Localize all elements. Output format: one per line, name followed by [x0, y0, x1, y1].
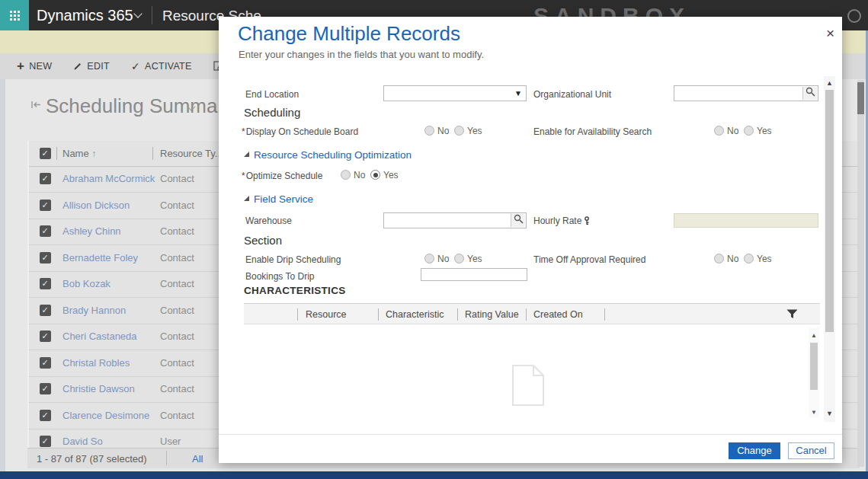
collapse-icon[interactable]: [244, 152, 249, 157]
resource-name-link[interactable]: Clarence Desimone: [62, 410, 149, 421]
radio-icon: [454, 254, 464, 263]
end-location-select[interactable]: ▼: [383, 85, 527, 101]
organizational-unit-lookup[interactable]: [674, 85, 818, 101]
bookings-to-drip-input[interactable]: [421, 268, 527, 281]
display-board-no-option[interactable]: No: [424, 126, 449, 136]
resource-type: Contact: [160, 200, 194, 211]
row-checkbox[interactable]: [40, 410, 51, 421]
scroll-up-icon[interactable]: ▲: [811, 332, 817, 339]
grid-scrollbar-thumb[interactable]: [810, 343, 818, 390]
key-icon: [583, 216, 591, 225]
cancel-button[interactable]: Cancel: [788, 442, 834, 459]
availability-no-option[interactable]: No: [714, 126, 738, 136]
grid-header-row: Resource Characteristic Rating Value Cre…: [244, 303, 820, 324]
row-checkbox[interactable]: [40, 278, 51, 289]
plus-icon: +: [17, 62, 24, 71]
page-scrollbar-thumb[interactable]: [857, 82, 864, 114]
row-checkbox[interactable]: [40, 252, 51, 263]
row-checkbox[interactable]: [40, 383, 51, 394]
grid-column-rating-value[interactable]: Rating Value: [465, 309, 519, 320]
new-button[interactable]: + NEW: [17, 61, 52, 72]
optimize-yes-option[interactable]: Yes: [370, 170, 399, 180]
scroll-down-icon[interactable]: ▼: [826, 410, 833, 417]
dialog-scrollbar-thumb[interactable]: [825, 90, 834, 332]
view-pin-icon[interactable]: [30, 101, 42, 109]
resource-name-link[interactable]: Christal Robles: [62, 357, 130, 369]
time-off-yes-option[interactable]: Yes: [744, 254, 772, 264]
resource-name-link[interactable]: Brady Hannon: [62, 305, 126, 316]
resource-type: Contact: [160, 383, 194, 394]
row-checkbox[interactable]: [40, 173, 51, 184]
drip-yes-option[interactable]: Yes: [454, 254, 482, 264]
display-board-yes-option[interactable]: Yes: [454, 126, 482, 136]
record-range: 1 - 87 of 87 (87 selected): [37, 453, 147, 465]
radio-icon: [424, 126, 434, 136]
radio-icon: [424, 254, 434, 263]
row-checkbox[interactable]: [40, 436, 51, 447]
optimize-no-option[interactable]: No: [341, 170, 365, 180]
radio-selected-icon: [370, 170, 380, 180]
row-checkbox[interactable]: [40, 225, 51, 237]
resource-type: Contact: [160, 305, 194, 316]
time-off-no-option[interactable]: No: [714, 254, 738, 264]
row-checkbox[interactable]: [40, 357, 51, 369]
hourly-rate-field-disabled: [674, 213, 818, 228]
edit-button[interactable]: EDIT: [73, 61, 110, 72]
select-all-checkbox[interactable]: [40, 148, 51, 159]
resource-name-link[interactable]: Cheri Castaneda: [62, 331, 137, 342]
activate-button[interactable]: ✓ ACTIVATE: [131, 60, 192, 72]
nav-profile-icon[interactable]: [847, 9, 861, 23]
column-separator: [526, 308, 527, 321]
column-header-type[interactable]: Resource Ty...: [160, 148, 223, 159]
resource-type: Contact: [160, 410, 194, 421]
resource-name-link[interactable]: Allison Dickson: [62, 200, 130, 211]
radio-icon: [744, 254, 754, 263]
availability-yes-option[interactable]: Yes: [744, 126, 772, 136]
warehouse-label: Warehouse: [245, 216, 292, 226]
row-checkbox[interactable]: [40, 200, 51, 211]
resource-type: Contact: [160, 252, 194, 263]
close-icon[interactable]: ×: [826, 26, 834, 40]
resource-name-link[interactable]: Ashley Chinn: [62, 225, 121, 237]
waffle-icon: [10, 11, 12, 13]
resource-name-link[interactable]: Abraham McCormick: [62, 173, 155, 184]
column-separator: [56, 147, 57, 160]
section-field-service[interactable]: Field Service: [254, 193, 313, 205]
scroll-up-icon[interactable]: ▲: [826, 79, 833, 87]
change-button[interactable]: Change: [729, 442, 780, 459]
app-title[interactable]: Dynamics 365: [37, 7, 133, 24]
filter-icon[interactable]: [786, 309, 798, 319]
resource-name-link[interactable]: Bob Kozak: [62, 278, 111, 289]
resource-type: Contact: [160, 357, 194, 369]
row-checkbox[interactable]: [40, 331, 51, 342]
page-filter-all[interactable]: All: [192, 453, 203, 465]
pencil-icon: [73, 62, 82, 71]
warehouse-lookup[interactable]: [383, 212, 527, 228]
grid-column-characteristic[interactable]: Characteristic: [386, 309, 444, 320]
resource-type: Contact: [160, 331, 194, 342]
dialog-scrollbar[interactable]: ▲ ▼: [824, 76, 835, 422]
radio-icon: [744, 126, 754, 136]
nav-divider: [152, 6, 152, 24]
empty-document-icon: [512, 365, 544, 406]
grid-column-created-on[interactable]: Created On: [533, 309, 583, 320]
page-title[interactable]: Scheduling Summary: [46, 94, 234, 118]
grid-scrollbar[interactable]: ▲ ▼: [809, 327, 819, 417]
resource-name-link[interactable]: Christie Dawson: [62, 383, 135, 394]
section-rso[interactable]: Resource Scheduling Optimization: [254, 149, 412, 161]
column-header-name[interactable]: Name ↑: [62, 148, 96, 159]
resource-name-link[interactable]: Bernadette Foley: [62, 252, 138, 263]
lookup-icon[interactable]: [511, 214, 525, 227]
grid-column-resource[interactable]: Resource: [306, 309, 347, 320]
radio-icon: [341, 170, 351, 180]
scroll-down-icon[interactable]: ▼: [811, 409, 817, 416]
collapse-icon[interactable]: [244, 196, 249, 201]
row-checkbox[interactable]: [40, 305, 51, 316]
page-scrollbar-track[interactable]: [857, 80, 864, 467]
drip-no-option[interactable]: No: [424, 254, 449, 264]
lookup-icon[interactable]: [802, 87, 817, 100]
required-icon: *: [242, 126, 245, 137]
app-launcher-button[interactable]: [0, 0, 29, 30]
chevron-down-icon[interactable]: [133, 9, 142, 18]
resource-name-link[interactable]: David So: [62, 436, 103, 447]
